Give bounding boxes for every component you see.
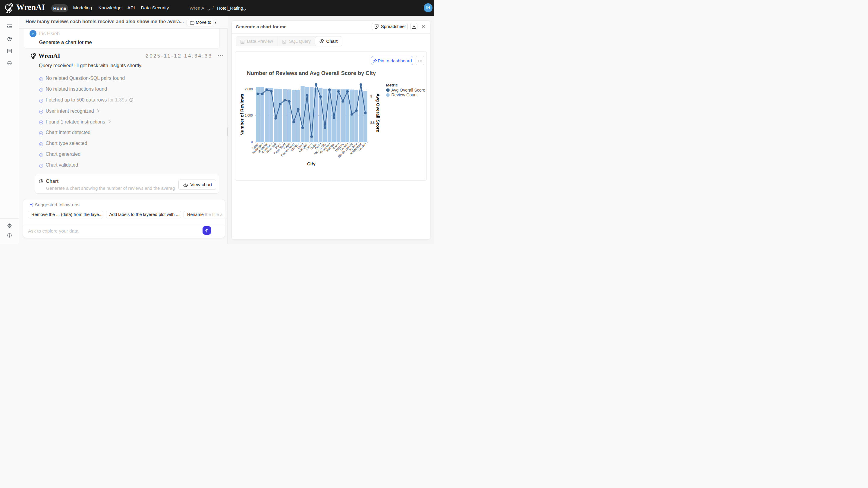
svg-text:Avg Overall Score: Avg Overall Score: [392, 88, 426, 93]
svg-text:0: 0: [251, 140, 253, 144]
svg-text:8.8: 8.8: [370, 121, 375, 124]
svg-text:9: 9: [370, 95, 372, 98]
svg-text:Number of Reviews and Avg Over: Number of Reviews and Avg Overall Score …: [247, 70, 376, 76]
svg-text:Review Count: Review Count: [392, 93, 418, 97]
svg-text:City: City: [307, 161, 315, 166]
svg-text:Avg Overall Score: Avg Overall Score: [375, 93, 381, 132]
svg-text:2,000: 2,000: [245, 87, 253, 91]
svg-text:1,000: 1,000: [245, 113, 253, 117]
svg-text:Number of Reviews: Number of Reviews: [239, 94, 244, 135]
svg-text:Metric: Metric: [386, 83, 398, 87]
